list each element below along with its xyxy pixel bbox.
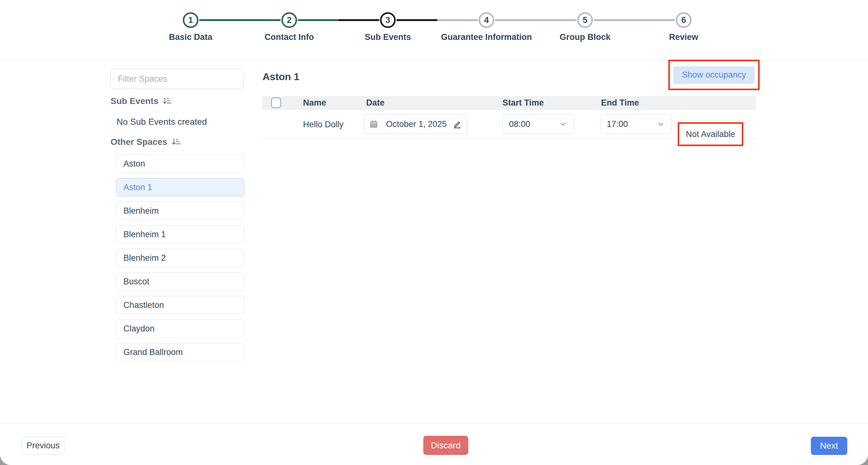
other-spaces-list: Aston Aston 1 Blenheim Blenheim 1 Blenhe…	[116, 154, 244, 367]
step-1-label: Basic Data	[169, 32, 212, 42]
column-header-name: Name	[303, 98, 326, 108]
step-1-number: 1	[188, 16, 193, 25]
step-3-label: Sub Events	[365, 32, 411, 42]
table-row: Hello Dolly October 1, 2025	[262, 110, 756, 139]
date-picker-field[interactable]: October 1, 2025	[364, 114, 467, 134]
sub-events-table: Name Date Start Time End Time Hello Doll…	[262, 96, 756, 139]
step-4-circle: 4	[478, 12, 494, 28]
wizard-stepper: 1 Basic Data 2 Contact Info 3 Sub Events…	[141, 12, 733, 47]
space-item-claydon[interactable]: Claydon	[116, 320, 244, 338]
step-1-circle: 1	[183, 12, 198, 28]
calendar-icon	[369, 119, 378, 129]
chevron-down-icon	[656, 120, 665, 128]
step-3-number: 3	[385, 16, 390, 25]
step-6-number: 6	[681, 16, 686, 25]
step-5-number: 5	[583, 16, 587, 25]
wizard-window: 1 Basic Data 2 Contact Info 3 Sub Events…	[0, 0, 868, 465]
date-value: October 1, 2025	[386, 119, 447, 129]
step-5-label: Group Block	[560, 32, 611, 42]
start-time-value: 08:00	[509, 119, 530, 129]
step-6-circle: 6	[676, 12, 691, 28]
stepper-step-contact-info[interactable]: 2 Contact Info	[240, 12, 339, 47]
select-all-checkbox[interactable]	[271, 97, 281, 108]
availability-status: Not Available	[686, 129, 735, 139]
discard-button[interactable]: Discard	[423, 436, 468, 455]
chevron-down-icon	[559, 120, 567, 128]
space-item-aston-1[interactable]: Aston 1	[116, 178, 244, 196]
step-6-label: Review	[669, 32, 698, 42]
previous-button[interactable]: Previous	[21, 437, 65, 455]
step-4-label: Guarantee Information	[441, 32, 532, 42]
sub-events-header-label: Sub Events	[111, 96, 158, 106]
show-occupancy-annotation-box: Show occupancy	[668, 60, 760, 90]
step-4-number: 4	[484, 16, 489, 25]
end-time-select[interactable]: 17:00	[600, 114, 672, 134]
other-spaces-header-label: Other Spaces	[111, 137, 167, 147]
stepper-step-review[interactable]: 6 Review	[634, 12, 733, 47]
sort-icon[interactable]	[162, 96, 172, 106]
stepper-step-guarantee-information[interactable]: 4 Guarantee Information	[437, 12, 536, 47]
sub-events-header: Sub Events	[111, 96, 172, 106]
column-header-end-time: End Time	[601, 98, 639, 108]
space-item-grand-ballroom[interactable]: Grand Ballroom	[116, 343, 244, 361]
stepper-step-basic-data[interactable]: 1 Basic Data	[141, 12, 240, 47]
event-name: Hello Dolly	[303, 120, 344, 129]
space-item-aston[interactable]: Aston	[116, 154, 244, 173]
end-time-value: 17:00	[607, 119, 628, 129]
sort-icon[interactable]	[171, 137, 181, 147]
column-header-start-time: Start Time	[502, 98, 544, 108]
space-item-blenheim-2[interactable]: Blenheim 2	[116, 249, 244, 267]
stepper-step-group-block[interactable]: 5 Group Block	[536, 12, 634, 47]
next-button[interactable]: Next	[811, 437, 847, 455]
step-5-circle: 5	[577, 12, 593, 28]
footer-divider	[0, 424, 868, 424]
other-spaces-header: Other Spaces	[111, 137, 181, 147]
no-sub-events-text: No Sub Events created	[117, 117, 207, 127]
space-item-blenheim-1[interactable]: Blenheim 1	[116, 225, 244, 243]
filter-spaces-input[interactable]	[111, 69, 244, 89]
space-item-chastleton[interactable]: Chastleton	[116, 296, 244, 314]
table-header-row: Name Date Start Time End Time	[262, 96, 756, 110]
step-2-circle: 2	[281, 12, 297, 28]
step-3-circle: 3	[380, 12, 396, 28]
edit-pencil-icon[interactable]	[453, 119, 462, 129]
step-2-label: Contact Info	[265, 32, 314, 42]
stepper-step-sub-events[interactable]: 3 Sub Events	[339, 12, 437, 47]
page-title: Aston 1	[262, 71, 299, 83]
space-item-buscot[interactable]: Buscot	[116, 272, 244, 291]
availability-annotation-box: Not Available	[678, 122, 743, 146]
column-header-date: Date	[366, 98, 385, 108]
space-item-blenheim[interactable]: Blenheim	[116, 202, 244, 220]
show-occupancy-button[interactable]: Show occupancy	[673, 66, 755, 84]
step-2-number: 2	[287, 16, 291, 25]
start-time-select[interactable]: 08:00	[502, 114, 574, 134]
